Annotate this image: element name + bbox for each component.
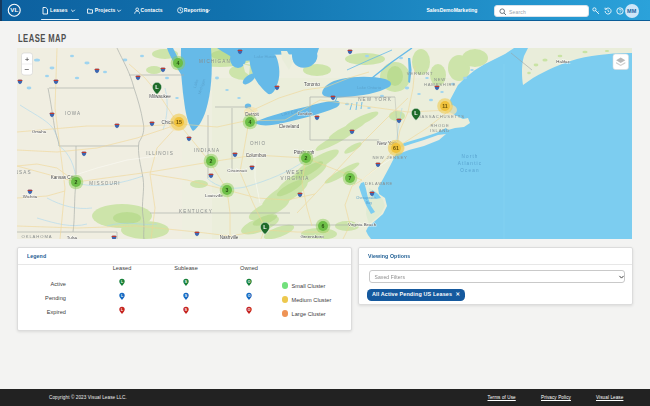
svg-text:North: North [461,154,478,159]
svg-text:WEST: WEST [286,170,304,175]
svg-text:2: 2 [210,158,213,164]
svg-text:Atlantic: Atlantic [458,161,483,166]
svg-text:Tulsa: Tulsa [67,235,78,239]
svg-text:?: ? [619,9,622,14]
svg-text:IOWA: IOWA [65,111,81,116]
svg-text:KENTUCKY: KENTUCKY [179,209,213,214]
svg-text:Greensboro: Greensboro [300,234,324,239]
svg-text:London: London [298,111,313,116]
svg-text:O: O [248,308,251,312]
svg-text:Halifax: Halifax [556,59,570,64]
svg-text:7: 7 [349,175,352,181]
svg-text:Nashville: Nashville [220,235,239,239]
svg-text:11: 11 [442,103,448,109]
svg-text:Cleveland: Cleveland [279,124,300,129]
svg-text:OKLAHOMA: OKLAHOMA [22,234,53,239]
svg-text:4: 4 [177,60,180,66]
svg-text:Lake Huron: Lake Huron [254,54,276,59]
svg-text:L: L [121,308,123,312]
svg-text:4: 4 [249,119,252,125]
svg-text:6: 6 [322,223,325,229]
svg-text:Columbus: Columbus [246,153,267,158]
svg-text:NEW JERSEY: NEW JERSEY [372,155,407,160]
svg-text:L: L [121,294,123,298]
svg-text:L: L [414,110,418,116]
svg-text:ISLAND: ISLAND [430,128,450,133]
svg-text:L: L [121,280,123,284]
svg-text:Ocean: Ocean [460,168,480,173]
svg-text:VL: VL [10,7,18,14]
svg-text:Cincinnati: Cincinnati [227,168,246,173]
svg-text:INDIANA: INDIANA [194,148,220,153]
svg-text:−: − [25,64,30,74]
svg-text:Virginia Beach: Virginia Beach [348,222,377,227]
svg-text:Lake Ontario: Lake Ontario [357,85,382,90]
svg-text:15: 15 [176,119,182,125]
svg-text:MASSACHUSETTS: MASSACHUSETTS [417,114,465,119]
svg-text:KANSAS: KANSAS [17,170,32,175]
svg-text:VIRGINIA: VIRGINIA [281,176,310,181]
svg-text:2: 2 [305,155,308,161]
svg-text:O: O [248,294,251,298]
svg-text:DELAWARE: DELAWARE [365,181,393,186]
svg-text:MISSOURI: MISSOURI [89,181,121,186]
svg-text:2: 2 [75,179,78,185]
svg-text:ILLINOIS: ILLINOIS [146,151,174,156]
svg-text:+: + [25,55,30,64]
svg-text:Milwaukee: Milwaukee [149,94,171,99]
svg-text:L: L [263,224,267,230]
svg-text:L: L [155,84,159,90]
svg-text:MICHIGAN: MICHIGAN [199,59,231,64]
svg-text:Wichita: Wichita [23,194,38,199]
svg-text:3: 3 [226,187,229,193]
svg-text:61: 61 [393,145,399,151]
svg-text:OHIO: OHIO [250,141,266,146]
svg-text:NEW YORK: NEW YORK [358,97,392,102]
svg-text:Omaha: Omaha [32,129,47,134]
svg-text:HAMPSHIRE: HAMPSHIRE [424,82,456,87]
svg-text:Toronto: Toronto [304,82,320,87]
svg-text:O: O [248,280,251,284]
svg-text:Bay: Bay [366,201,372,205]
svg-text:Chesapeake: Chesapeake [356,196,376,200]
svg-text:VERMONT: VERMONT [407,71,434,76]
